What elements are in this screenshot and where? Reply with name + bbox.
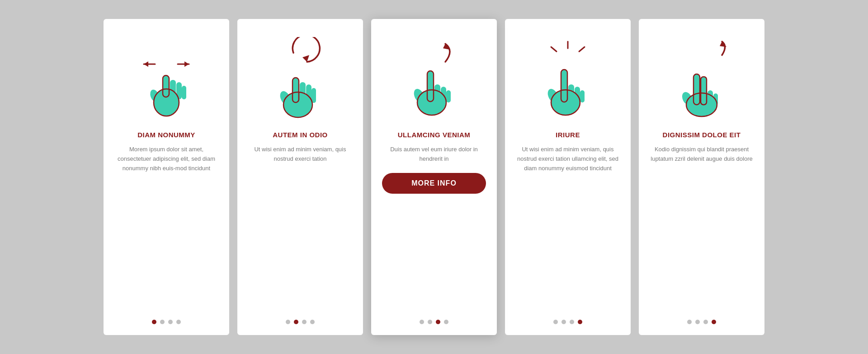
svg-marker-1	[144, 61, 148, 67]
card-2-title: AUTEM IN ODIO	[273, 131, 328, 139]
dot-2	[294, 320, 298, 324]
svg-rect-45	[708, 90, 713, 105]
dot-1	[286, 320, 290, 324]
card-2-text: Ut wisi enim ad minim veniam, quis nostr…	[248, 145, 352, 164]
card-1-text: Morem ipsum dolor sit amet, consectetuer…	[114, 145, 218, 173]
card-3-title: ULLAMCING VENIAM	[398, 131, 471, 139]
card-5-icon	[665, 33, 738, 123]
svg-rect-8	[176, 82, 182, 99]
svg-rect-16	[306, 84, 311, 103]
dot-1	[152, 320, 156, 324]
svg-line-31	[579, 47, 585, 51]
card-5-dots	[687, 315, 716, 324]
svg-rect-14	[292, 78, 299, 102]
card-3-dots	[420, 315, 448, 324]
card-3-icon	[398, 33, 470, 123]
svg-rect-37	[580, 90, 585, 102]
card-3-text: Duis autem vel eum iriure dolor in hendr…	[382, 145, 486, 164]
card-5: DIGNISSIM DOLOE EIT Kodio dignissim qui …	[639, 19, 764, 335]
card-4-dots	[553, 315, 582, 324]
card-1-title: DIAM NONUMMY	[137, 131, 195, 139]
dot-1	[420, 320, 424, 324]
svg-marker-12	[302, 55, 309, 62]
cards-container: DIAM NONUMMY Morem ipsum dolor sit amet,…	[76, 1, 792, 353]
dot-3	[168, 320, 173, 324]
svg-rect-24	[434, 84, 440, 103]
svg-rect-23	[427, 71, 434, 102]
dot-2	[428, 320, 432, 324]
card-4-text: Ut wisi enim ad minim veniam, quis nostr…	[516, 145, 620, 173]
card-4: IRIURE Ut wisi enim ad minim veniam, qui…	[505, 19, 631, 335]
dot-2	[561, 320, 566, 324]
svg-rect-44	[701, 77, 707, 105]
card-1-icon	[130, 33, 203, 123]
card-2: AUTEM IN ODIO Ut wisi enim ad minim veni…	[237, 19, 363, 335]
dot-4	[310, 320, 315, 324]
card-2-icon	[264, 33, 336, 123]
card-3: ULLAMCING VENIAM Duis autem vel eum iriu…	[371, 19, 497, 335]
dot-4	[578, 320, 582, 324]
svg-rect-35	[568, 84, 574, 102]
card-4-title: IRIURE	[556, 131, 580, 139]
dot-3	[570, 320, 574, 324]
svg-rect-34	[561, 70, 567, 102]
svg-line-32	[551, 47, 557, 51]
dot-3	[703, 320, 708, 324]
card-4-icon	[532, 33, 604, 123]
svg-marker-3	[184, 61, 189, 67]
svg-rect-43	[693, 74, 700, 105]
dot-3	[436, 320, 440, 324]
card-5-title: DIGNISSIM DOLOE EIT	[663, 131, 741, 139]
svg-rect-6	[163, 75, 169, 97]
card-2-dots	[286, 315, 315, 324]
svg-rect-26	[446, 90, 451, 102]
card-1: DIAM NONUMMY Morem ipsum dolor sit amet,…	[104, 19, 229, 335]
dot-4	[176, 320, 181, 324]
more-info-button[interactable]: MORE INFO	[382, 173, 486, 194]
dot-2	[695, 320, 700, 324]
svg-rect-9	[182, 86, 186, 99]
dot-1	[553, 320, 558, 324]
card-5-text: Kodio dignissim qui blandit praesent lup…	[650, 145, 754, 164]
card-1-dots	[152, 315, 181, 324]
dot-4	[712, 320, 716, 324]
dot-1	[687, 320, 692, 324]
dot-4	[444, 320, 448, 324]
dot-3	[302, 320, 307, 324]
dot-2	[160, 320, 165, 324]
